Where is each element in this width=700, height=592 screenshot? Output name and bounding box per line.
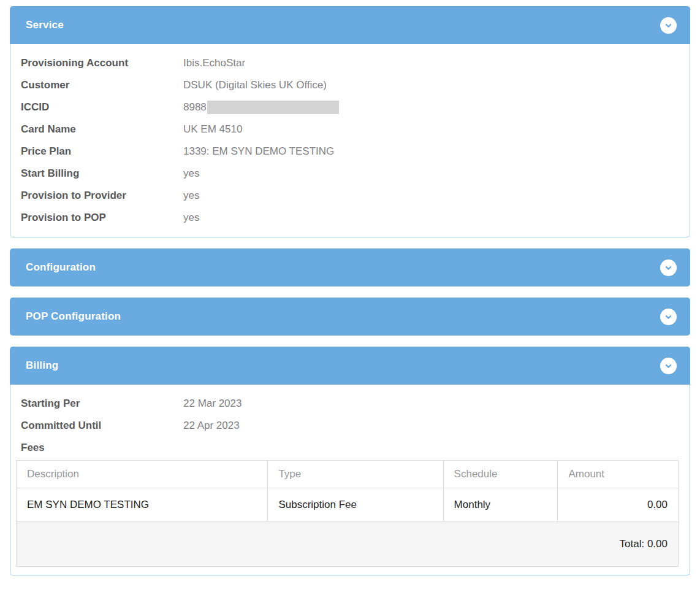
billing-panel-header[interactable]: Billing [10, 347, 690, 385]
field-label: Starting Per [21, 393, 183, 415]
fee-type-cell: Subscription Fee [268, 488, 443, 522]
fees-table: Description Type Schedule Amount EM SYN … [16, 460, 679, 567]
field-label: Customer [21, 74, 183, 96]
field-value: DSUK (Digital Skies UK Office) [183, 74, 327, 96]
fee-amount-cell: 0.00 [558, 488, 679, 522]
service-panel: Service Provisioning Account Ibis.EchoSt… [10, 6, 690, 237]
field-label: ICCID [21, 96, 183, 118]
service-row-start-billing: Start Billing yes [16, 163, 679, 185]
column-header-description: Description [17, 461, 268, 488]
service-row-iccid: ICCID 8988 [16, 96, 679, 118]
field-value: Ibis.EchoStar [183, 52, 245, 74]
service-row-price-plan: Price Plan 1339: EM SYN DEMO TESTING [16, 140, 679, 163]
fees-table-total-row: Total: 0.00 [17, 522, 679, 567]
fees-table-header-row: Description Type Schedule Amount [17, 461, 679, 488]
column-header-type: Type [268, 461, 443, 488]
billing-panel-title: Billing [26, 359, 58, 372]
field-value: 8988 [183, 96, 339, 118]
field-label: Provision to Provider [21, 185, 183, 207]
service-row-provisioning-account: Provisioning Account Ibis.EchoStar [16, 52, 679, 74]
configuration-panel-header[interactable]: Configuration [10, 248, 690, 286]
service-panel-title: Service [26, 19, 64, 31]
iccid-visible-digits: 8988 [183, 101, 207, 113]
field-label: Price Plan [21, 140, 183, 163]
fee-description-cell: EM SYN DEMO TESTING [17, 488, 268, 522]
service-row-provision-to-pop: Provision to POP yes [16, 207, 679, 229]
service-panel-header[interactable]: Service [10, 6, 690, 44]
field-value: 1339: EM SYN DEMO TESTING [183, 140, 334, 163]
billing-panel-body: Starting Per 22 Mar 2023 Committed Until… [10, 385, 690, 575]
service-row-provision-to-provider: Provision to Provider yes [16, 185, 679, 207]
field-value: UK EM 4510 [183, 118, 242, 140]
chevron-down-icon[interactable] [660, 309, 677, 325]
chevron-down-icon[interactable] [660, 259, 677, 276]
field-value: 22 Mar 2023 [183, 393, 242, 415]
column-header-schedule: Schedule [443, 461, 558, 488]
page: Service Provisioning Account Ibis.EchoSt… [0, 0, 700, 575]
fee-schedule-cell: Monthly [443, 488, 558, 522]
billing-row-fees: Fees [16, 437, 679, 459]
field-label: Provisioning Account [21, 52, 183, 74]
chevron-down-icon[interactable] [660, 17, 677, 34]
service-panel-body: Provisioning Account Ibis.EchoStar Custo… [10, 44, 690, 237]
field-label: Start Billing [21, 163, 183, 185]
field-value: yes [183, 207, 199, 229]
configuration-panel: Configuration [10, 248, 690, 286]
pop-configuration-panel: POP Configuration [10, 298, 690, 336]
service-row-customer: Customer DSUK (Digital Skies UK Office) [16, 74, 679, 96]
billing-panel: Billing Starting Per 22 Mar 2023 Committ… [10, 347, 690, 575]
pop-configuration-panel-header[interactable]: POP Configuration [10, 298, 690, 336]
field-value: 22 Apr 2023 [183, 415, 240, 437]
fees-table-row: EM SYN DEMO TESTING Subscription Fee Mon… [17, 488, 679, 522]
chevron-down-icon[interactable] [660, 358, 677, 374]
fees-total: Total: 0.00 [17, 522, 679, 567]
billing-row-committed-until: Committed Until 22 Apr 2023 [16, 415, 679, 437]
pop-configuration-panel-title: POP Configuration [26, 310, 121, 323]
billing-row-starting-per: Starting Per 22 Mar 2023 [16, 393, 679, 415]
configuration-panel-title: Configuration [26, 261, 96, 274]
redaction-box [207, 101, 339, 114]
field-value: yes [183, 163, 199, 185]
service-row-card-name: Card Name UK EM 4510 [16, 118, 679, 140]
column-header-amount: Amount [558, 461, 679, 488]
field-label: Card Name [21, 118, 183, 140]
field-label: Provision to POP [21, 207, 183, 229]
field-value: yes [183, 185, 199, 207]
fees-section-label: Fees [21, 437, 183, 459]
field-label: Committed Until [21, 415, 183, 437]
